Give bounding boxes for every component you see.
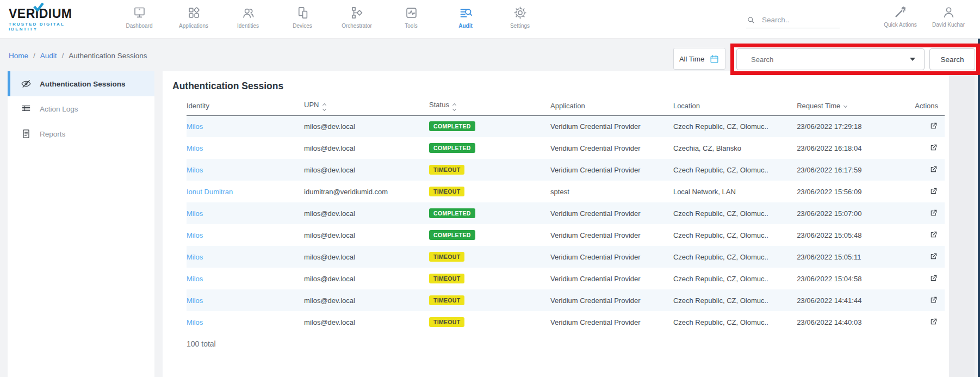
column-header-status[interactable]: Status <box>429 96 550 115</box>
open-session-icon[interactable] <box>929 295 938 306</box>
application-cell: Veridium Credential Provider <box>550 231 640 239</box>
breadcrumb: Home / Audit / Authentication Sessions <box>9 52 147 60</box>
tools-icon <box>404 5 419 20</box>
nav-label: Orchestrator <box>342 23 372 29</box>
open-session-icon[interactable] <box>929 187 938 197</box>
request-time-cell: 23/06/2022 15:05:11 <box>797 253 861 261</box>
time-range-label: All Time <box>679 55 704 63</box>
breadcrumb-audit[interactable]: Audit <box>40 52 57 60</box>
table-row: Milos milos@dev.local TIMEOUT Veridium C… <box>187 246 945 268</box>
column-label: UPN <box>304 101 319 109</box>
sidebar-item-action-logs[interactable]: Action Logs <box>8 96 154 121</box>
search-field-dropdown[interactable]: Search <box>736 48 925 70</box>
column-header-identity: Identity <box>187 96 304 115</box>
nav-audit[interactable]: Audit <box>438 0 493 29</box>
nav-applications[interactable]: Applications <box>166 0 221 29</box>
open-session-icon[interactable] <box>929 317 938 327</box>
status-badge: TIMEOUT <box>429 187 464 196</box>
nav-dashboard[interactable]: Dashboard <box>112 0 166 29</box>
status-badge: COMPLETED <box>429 230 475 240</box>
identity-link[interactable]: Milos <box>187 144 203 152</box>
window-edge <box>978 39 980 377</box>
location-cell: Czech Republic, CZ, Olomuc.. <box>673 231 768 239</box>
request-time-cell: 23/06/2022 15:56:09 <box>797 188 861 196</box>
identity-link[interactable]: Milos <box>187 231 203 239</box>
settings-gear-icon <box>513 5 528 20</box>
status-badge: TIMEOUT <box>429 252 464 262</box>
open-session-icon[interactable] <box>929 230 938 240</box>
identity-link[interactable]: Milos <box>187 209 203 218</box>
table-header-row: IdentityUPNStatusApplicationLocationRequ… <box>187 96 945 115</box>
search-button[interactable]: Search <box>929 48 975 70</box>
identity-link[interactable]: Milos <box>187 122 203 131</box>
status-badge: TIMEOUT <box>429 274 464 283</box>
column-label: Identity <box>187 102 209 110</box>
nav-tools[interactable]: Tools <box>384 0 438 29</box>
table-row: Milos milos@dev.local COMPLETED Veridium… <box>187 224 945 246</box>
scrollbar-track[interactable] <box>949 71 975 377</box>
identity-link[interactable]: Milos <box>187 296 203 305</box>
nav-settings[interactable]: Settings <box>493 0 547 29</box>
location-cell: Czech Republic, CZ, Olomuc.. <box>673 209 768 218</box>
application-cell: Veridium Credential Provider <box>550 166 640 174</box>
table-row: Milos milos@dev.local TIMEOUT Veridium C… <box>187 289 945 311</box>
identities-icon <box>241 5 256 20</box>
column-header-request_time[interactable]: Request Time <box>797 96 899 115</box>
page-numbers: 12345 <box>0 339 915 377</box>
calendar-icon <box>709 54 720 64</box>
upn-cell: idumitran@veridiumid.com <box>304 188 388 196</box>
global-search <box>746 12 840 28</box>
nav-label: Dashboard <box>126 23 153 29</box>
column-label: Application <box>550 102 585 110</box>
sort-desc-icon[interactable] <box>844 104 847 107</box>
identity-link[interactable]: Milos <box>187 166 203 174</box>
nav-identities[interactable]: Identities <box>221 0 275 29</box>
status-badge: TIMEOUT <box>429 295 464 305</box>
veridium-logo[interactable]: VERIDIUM TRUSTED DIGITAL IDENTITY <box>9 7 96 32</box>
table-row: Milos milos@dev.local COMPLETED Veridium… <box>187 202 945 224</box>
action-logs-icon <box>21 103 32 114</box>
sort-icons[interactable] <box>323 104 326 110</box>
column-header-upn[interactable]: UPN <box>304 96 429 115</box>
request-time-cell: 23/06/2022 14:41:44 <box>797 296 861 305</box>
nav-devices[interactable]: Devices <box>275 0 330 29</box>
user-menu[interactable]: David Kuchar <box>925 0 972 28</box>
user-name-label: David Kuchar <box>932 22 965 28</box>
identity-link[interactable]: Milos <box>187 275 203 283</box>
nav-orchestrator[interactable]: Orchestrator <box>330 0 384 29</box>
sort-icons[interactable] <box>453 104 456 110</box>
sidebar-item-label: Authentication Sessions <box>40 80 126 88</box>
breadcrumb-home[interactable]: Home <box>9 52 28 60</box>
sidebar-item-authentication-sessions[interactable]: Authentication Sessions <box>8 71 154 96</box>
upn-cell: milos@dev.local <box>304 231 355 239</box>
open-session-icon[interactable] <box>929 252 938 262</box>
application-cell: Veridium Credential Provider <box>550 253 640 261</box>
global-search-input[interactable] <box>762 16 827 24</box>
breadcrumb-separator: / <box>33 52 35 60</box>
request-time-cell: 23/06/2022 16:18:04 <box>797 144 861 152</box>
sidebar-item-reports[interactable]: Reports <box>8 121 154 146</box>
quick-actions-button[interactable]: Quick Actions <box>874 0 926 28</box>
upn-cell: milos@dev.local <box>304 209 355 218</box>
status-badge: TIMEOUT <box>429 317 464 327</box>
application-cell: Veridium Credential Provider <box>550 296 640 305</box>
breadcrumb-separator: / <box>62 52 64 60</box>
open-session-icon[interactable] <box>929 165 938 175</box>
open-session-icon[interactable] <box>929 143 938 153</box>
applications-icon <box>187 5 201 20</box>
page-number-5[interactable]: 5 <box>0 339 915 377</box>
table-row: Milos milos@dev.local TIMEOUT Veridium C… <box>187 159 945 181</box>
time-range-button[interactable]: All Time <box>673 48 725 70</box>
status-badge: TIMEOUT <box>429 165 464 175</box>
identity-link[interactable]: Milos <box>187 253 203 261</box>
identity-link[interactable]: Milos <box>187 318 203 326</box>
identity-link[interactable]: Ionut Dumitran <box>187 188 233 196</box>
location-cell: Czech Republic, CZ, Olomuc.. <box>673 166 768 174</box>
nav-label: Devices <box>293 23 312 29</box>
open-session-icon[interactable] <box>929 274 938 284</box>
open-session-icon[interactable] <box>929 208 938 219</box>
column-header-location: Location <box>673 96 797 115</box>
open-session-icon[interactable] <box>929 121 938 132</box>
application-cell: Veridium Credential Provider <box>550 144 640 152</box>
pagination: 12345 <box>0 339 945 377</box>
